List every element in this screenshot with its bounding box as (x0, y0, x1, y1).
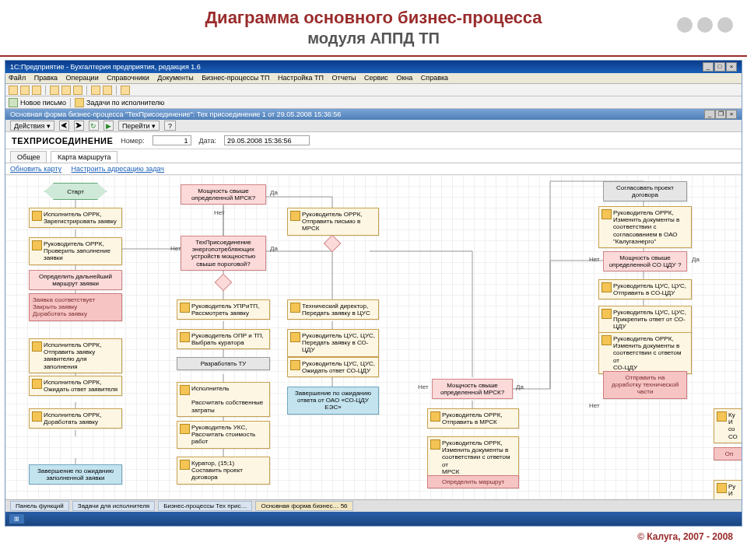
task-cutoff-2[interactable]: Оп (714, 447, 742, 460)
task-check[interactable]: Руководитель ОРРК,Проверить заполнение з… (29, 237, 122, 265)
tool-new-icon[interactable] (9, 86, 18, 95)
menu-docs[interactable]: Документы (157, 74, 193, 82)
subwindow-title: Основная форма бизнес-процесса "ТехПрисо… (10, 110, 341, 118)
tab-general[interactable]: Общее (10, 151, 47, 163)
routing-setup-link[interactable]: Настроить адресацию задач (71, 165, 164, 173)
menu-windows[interactable]: Окна (396, 74, 412, 82)
actions-dropdown[interactable]: Действия ▾ (10, 121, 54, 131)
status-bp[interactable]: Бизнес-процессы Тех прис… (158, 501, 252, 511)
slide-title-line2: модуля АППД ТП (0, 30, 747, 47)
menu-file[interactable]: Файл (9, 74, 26, 82)
sub-minimize-button[interactable]: _ (704, 110, 715, 119)
task-develop-tu[interactable]: Разработать ТУ (177, 357, 270, 370)
nav-next-button[interactable]: ⮞ (74, 121, 84, 131)
menu-setup[interactable]: Настройка ТП (278, 74, 324, 82)
tab-route-map[interactable]: Карта маршрута (51, 151, 117, 163)
refresh-map-link[interactable]: Обновить карту (10, 165, 61, 173)
tool-help-icon[interactable] (121, 86, 130, 95)
end-wait-socdu[interactable]: Завершение по ожиданиюответа от ОАО «СО-… (287, 387, 379, 415)
task-send-socdu[interactable]: Руководитель ЦУС, ЦУС,Отправить в СО-ЦДУ (598, 279, 692, 299)
task-send-mrsk-2[interactable]: Руководитель ОРРК,Отправить в МРСК (427, 408, 519, 429)
menu-ops[interactable]: Операции (66, 74, 99, 82)
decision-route[interactable]: Определить дальнейшиймаршрут заявки (29, 270, 122, 290)
sub-restore-button[interactable]: ❐ (715, 110, 726, 119)
menu-service[interactable]: Сервис (364, 74, 388, 82)
task-calc-own[interactable]: ИсполнительРассчитать собственныезатраты (177, 382, 270, 417)
task-cutoff-1[interactable]: КуИсоСО (714, 408, 742, 443)
task-curator[interactable]: Руководитель ОПР и ТП,Выбрать куратора (177, 329, 270, 349)
main-toolbar (5, 84, 742, 96)
num-input[interactable]: 1 (153, 135, 191, 145)
sub-close-button[interactable]: × (726, 110, 737, 119)
task-register[interactable]: Исполнитель ОРРК,Зарегистрировать заявку (29, 208, 122, 228)
tool-save-icon[interactable] (32, 86, 41, 95)
menu-refs[interactable]: Справочники (107, 74, 149, 82)
form-name: ТЕХПРИСОЕДИНЕНИЕ (12, 136, 113, 145)
form-header: ТЕХПРИСОЕДИНЕНИЕ Номер: 1 Дата: 29.05.20… (5, 132, 742, 149)
task-send-rework[interactable]: Отправить надоработку техническойчасти (603, 371, 687, 399)
label-no-4: Нет (589, 256, 600, 263)
tool-print-icon[interactable] (91, 86, 100, 95)
date-input[interactable]: 29.05.2008 15:36:56 (224, 135, 310, 145)
minimize-button[interactable]: _ (703, 62, 714, 72)
end-wait-filled[interactable]: Завершение по ожиданиюзаполненной заявки (29, 464, 122, 485)
task-send-mrsk[interactable]: Руководитель ОРРК,Отправить письмо в МРС… (287, 208, 379, 236)
help-button[interactable]: ? (164, 121, 176, 131)
task-wait-applicant[interactable]: Исполнитель ОРРК,Ожидать ответ заявителя (29, 376, 122, 396)
task-edit-kaluga[interactable]: Руководитель ОРРК,Изменить документы всо… (598, 206, 692, 248)
nav-prev-button[interactable]: ⮜ (59, 121, 69, 131)
task-approve-contract[interactable]: Согласовать проектдоговора (603, 181, 687, 201)
task-draft-contract[interactable]: Куратор, (15;1)Составить проект договора (177, 457, 270, 485)
task-cus-wait[interactable]: Руководитель ЦУС, ЦУС,Ожидать ответ СО-Ц… (287, 357, 379, 377)
goto-dropdown[interactable]: Перейти ▾ (118, 121, 160, 131)
label-yes-4: Да (692, 256, 700, 263)
diagram-canvas[interactable]: Старт Исполнитель ОРРК,Зарегистрировать … (5, 175, 742, 527)
tool-cut-icon[interactable] (50, 86, 59, 95)
task-edit-socdu[interactable]: Руководитель ОРРК,Изменить документы всо… (598, 332, 692, 374)
slide-decor-dots (677, 17, 733, 33)
app-titlebar: 1С:Предприятие - Бухгалтерия предприятия… (5, 61, 742, 73)
menu-reports[interactable]: Отчеты (331, 74, 356, 82)
status-form[interactable]: Основная форма бизнес… 56 (255, 501, 352, 511)
subwindow-titlebar: Основная форма бизнес-процесса "ТехПрисо… (5, 109, 742, 120)
label-yes-3: Да (516, 383, 524, 390)
task-rework[interactable]: Исполнитель ОРРК,Доработать заявку (29, 408, 122, 429)
menu-bp[interactable]: Бизнес-процессы ТП (202, 74, 269, 82)
decision-mrsk-2[interactable]: Мощность свышеопределенной МРСК? (432, 379, 513, 399)
status-panel[interactable]: Панель функций (10, 501, 69, 511)
tool-copy-icon[interactable] (61, 86, 71, 95)
task-route-red[interactable]: Определить маршрут (427, 475, 519, 488)
route-options[interactable]: Заявка соответствуетЗакрыть заявкуДорабо… (29, 293, 122, 321)
task-attach-socdu[interactable]: Руководитель ЦУС, ЦУС,Прикрепить ответ о… (598, 306, 692, 334)
task-edit-mrsk[interactable]: Руководитель ОРРК,Изменить документы всо… (427, 436, 519, 478)
menu-edit[interactable]: Правка (34, 74, 58, 82)
status-tasks[interactable]: Задачи для исполнителя (72, 501, 155, 511)
tool-paste-icon[interactable] (73, 86, 82, 95)
tool-open-icon[interactable] (20, 86, 30, 95)
play-button[interactable]: ▶ (103, 121, 114, 131)
task-calc-cost[interactable]: Руководитель УКС,Рассчитать стоимостьраб… (177, 421, 270, 449)
refresh-button[interactable]: ↻ (89, 121, 99, 131)
tasks-link[interactable]: Задачи по исполнителю (86, 99, 164, 107)
close-button[interactable]: × (726, 62, 737, 72)
decision-socdu[interactable]: Мощность свышеопределенной СО ЦДУ ? (603, 251, 687, 271)
menubar[interactable]: Файл Правка Операции Справочники Докумен… (5, 73, 742, 84)
mail-icon[interactable] (9, 98, 18, 107)
task-send-applicant[interactable]: Исполнитель ОРРК,Отправить заявкузаявите… (29, 338, 122, 373)
decision-threshold[interactable]: ТехПрисоединениеэнергопотребляющихустрой… (181, 236, 266, 271)
tasks-icon[interactable] (75, 98, 84, 107)
num-label: Номер: (121, 137, 144, 145)
tool-calc-icon[interactable] (103, 86, 112, 95)
menu-help[interactable]: Справка (421, 74, 448, 82)
start-node[interactable]: Старт (44, 183, 107, 200)
task-review[interactable]: Руководитель УПРиТП,Рассмотреть заявку (177, 299, 270, 320)
taskbar-start[interactable]: ⊞ (9, 513, 25, 524)
app-title: 1С:Предприятие - Бухгалтерия предприятия… (10, 63, 201, 71)
decision-mrsk-power[interactable]: Мощность свышеопределенной МРСК? (181, 184, 266, 205)
task-tech-dir[interactable]: Технический директор,Передать заявку в Ц… (287, 299, 379, 320)
merge-diamond-2 (324, 235, 342, 253)
form-actions-bar: Действия ▾ ⮜ ⮞ ↻ ▶ Перейти ▾ ? (5, 120, 742, 132)
maximize-button[interactable]: □ (714, 62, 725, 72)
new-message-link[interactable]: Новое письмо (20, 99, 66, 107)
task-cus-forward[interactable]: Руководитель ЦУС, ЦУС,Передать заявку в … (287, 329, 379, 357)
